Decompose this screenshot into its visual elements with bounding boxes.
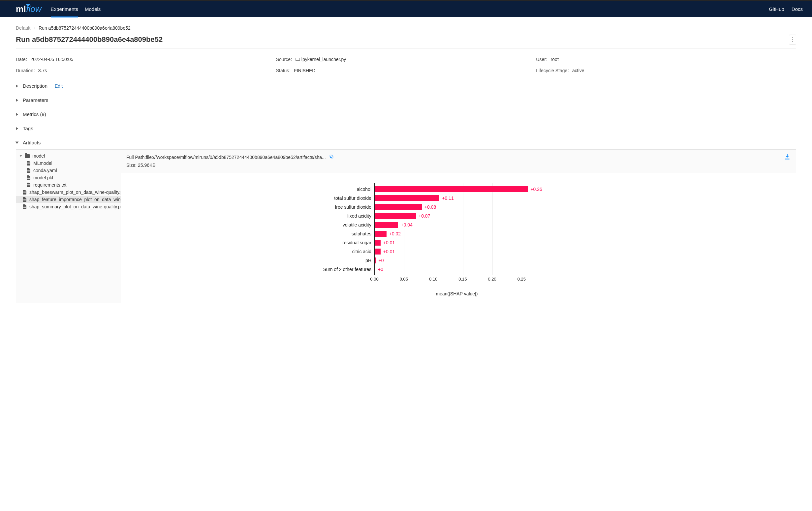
- tree-file-label: shap_summary_plot_on_data_wine-quality.p…: [29, 204, 121, 209]
- full-path-label: Full Path:: [126, 155, 146, 160]
- chart-value-label: +0.08: [425, 204, 436, 210]
- file-icon: [26, 168, 31, 173]
- chart-bar: [375, 195, 439, 201]
- folder-icon: [25, 154, 30, 158]
- chart-bar-row: total sulfur dioxide+0.11: [375, 194, 454, 203]
- chart-value-label: +0.04: [401, 222, 412, 228]
- chart-bar-row: residual sugar+0.01: [375, 238, 395, 247]
- tree-folder-label: model: [32, 153, 45, 158]
- tree-file-label: shap_feature_importance_plot_on_data_win…: [29, 197, 121, 202]
- section-parameters[interactable]: Parameters: [16, 97, 796, 103]
- nav-github[interactable]: GitHub: [769, 6, 784, 12]
- chart-bar-row: pH+0: [375, 256, 384, 265]
- tree-file-label: shap_beeswarm_plot_on_data_wine-quality.…: [29, 189, 121, 195]
- tree-folder[interactable]: model: [16, 152, 121, 159]
- meta-duration: Duration 3.7s: [16, 68, 276, 73]
- file-icon: [26, 175, 31, 180]
- chart-bar: [375, 240, 381, 246]
- tree-file-label: model.pkl: [33, 175, 53, 180]
- page-title: Run a5db875272444400b890a6e4a809be52: [16, 35, 163, 44]
- chart-category-label: pH: [312, 258, 371, 263]
- file-icon: [22, 190, 27, 194]
- breadcrumb-root[interactable]: Default: [16, 25, 30, 31]
- chart-bar: [375, 222, 398, 228]
- chart-value-label: +0.01: [383, 249, 395, 254]
- tree-file[interactable]: MLmodel: [16, 159, 121, 167]
- tree-file-label: MLmodel: [33, 160, 53, 166]
- tree-file[interactable]: requirements.txt: [16, 181, 121, 188]
- artifact-header: Full Path:file:///workspace/mlflow/mlrun…: [121, 150, 796, 173]
- chart-bar-row: free sulfur dioxide+0.08: [375, 203, 436, 211]
- full-path-value: file:///workspace/mlflow/mlruns/0/a5db87…: [146, 155, 326, 160]
- breadcrumb-current: Run a5db875272444400b890a6e4a809be52: [38, 25, 130, 31]
- section-artifacts[interactable]: Artifacts: [16, 140, 796, 145]
- nav-models[interactable]: Models: [85, 1, 100, 17]
- tree-file-label: conda.yaml: [33, 168, 57, 173]
- chart-xtick: 0.25: [518, 277, 526, 281]
- svg-rect-0: [330, 156, 333, 158]
- chart-value-label: +0.26: [530, 187, 542, 192]
- caret-right-icon: [16, 113, 18, 116]
- chevron-right-icon: ›: [34, 25, 35, 31]
- chart-value-label: +0.01: [383, 240, 395, 245]
- chart-category-label: fixed acidity: [312, 213, 371, 218]
- file-icon: [26, 183, 31, 187]
- file-icon: [26, 161, 31, 166]
- chart-bar: [375, 204, 422, 210]
- chart-bar: [375, 186, 528, 192]
- chart-category-label: free sulfur dioxide: [312, 204, 371, 210]
- chart-category-label: total sulfur dioxide: [312, 196, 371, 201]
- mlflow-logo[interactable]: mlflow⏷: [16, 4, 41, 14]
- nav-experiments[interactable]: Experiments: [51, 1, 78, 17]
- chart-xtick: 0.00: [370, 277, 378, 281]
- section-metrics[interactable]: Metrics (9): [16, 112, 796, 117]
- chart-bar-row: citric acid+0.01: [375, 247, 395, 256]
- download-button[interactable]: [784, 154, 790, 161]
- file-icon: [22, 197, 27, 202]
- svg-rect-2: [785, 158, 789, 159]
- file-icon: [22, 204, 27, 209]
- chart-xlabel: mean(|SHAP value|): [374, 291, 539, 296]
- tree-file[interactable]: shap_feature_importance_plot_on_data_win…: [16, 196, 121, 203]
- size-value: 25.96KB: [138, 162, 156, 168]
- section-tags[interactable]: Tags: [16, 126, 796, 131]
- chart-bar-row: volatile acidity+0.04: [375, 220, 413, 229]
- nav-docs[interactable]: Docs: [791, 6, 803, 12]
- meta-source: Source ipykernel_launcher.py: [276, 57, 536, 62]
- shap-bar-chart: alcohol+0.26total sulfur dioxide+0.11fre…: [315, 183, 602, 296]
- meta-user: User root: [536, 57, 796, 62]
- chart-value-label: +0.02: [389, 231, 401, 236]
- chart-bar: [375, 258, 376, 263]
- chart-bar: [375, 213, 416, 219]
- chart-value-label: +0: [378, 267, 383, 272]
- chart-category-label: citric acid: [312, 249, 371, 254]
- chart-xtick: 0.20: [488, 277, 496, 281]
- app-header: mlflow⏷ Experiments Models GitHub Docs: [0, 0, 812, 17]
- chart-value-label: +0.07: [418, 213, 430, 218]
- artifact-tree: modelMLmodelconda.yamlmodel.pklrequireme…: [16, 150, 121, 303]
- chart-bar-row: sulphates+0.02: [375, 230, 401, 238]
- edit-description-link[interactable]: Edit: [55, 83, 63, 89]
- section-description[interactable]: Description Edit: [16, 83, 796, 89]
- chart-bar-row: Sum of 2 other features+0: [375, 265, 383, 274]
- svg-rect-1: [330, 155, 332, 157]
- tree-file[interactable]: shap_beeswarm_plot_on_data_wine-quality.…: [16, 188, 121, 196]
- chart-bar: [375, 231, 386, 237]
- copy-icon[interactable]: [329, 155, 334, 160]
- tree-file[interactable]: model.pkl: [16, 174, 121, 181]
- chart-xtick: 0.05: [400, 277, 408, 281]
- chart-value-label: +0: [379, 258, 384, 263]
- caret-down-icon: [19, 155, 23, 157]
- chart-bar: [375, 266, 375, 272]
- more-actions-button[interactable]: [789, 35, 796, 44]
- chart-value-label: +0.11: [442, 196, 454, 201]
- breadcrumb: Default › Run a5db875272444400b890a6e4a8…: [16, 25, 796, 31]
- tree-file[interactable]: shap_summary_plot_on_data_wine-quality.p…: [16, 203, 121, 210]
- tree-file-label: requirements.txt: [33, 182, 66, 188]
- laptop-icon: [295, 58, 300, 61]
- tree-file[interactable]: conda.yaml: [16, 167, 121, 174]
- chart-xtick: 0.15: [459, 277, 467, 281]
- meta-date: Date 2022-04-05 16:50:05: [16, 57, 276, 62]
- chart-bar: [375, 248, 381, 254]
- chart-category-label: Sum of 2 other features: [312, 267, 371, 272]
